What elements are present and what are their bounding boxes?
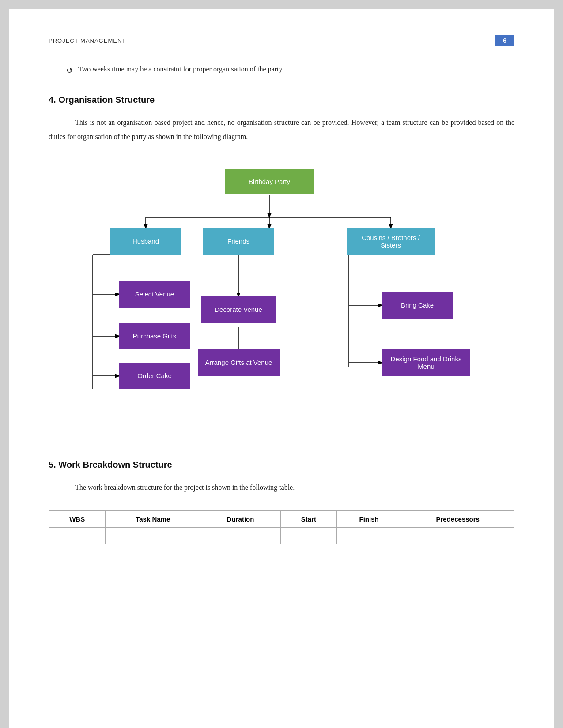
node-order-cake: Order Cake — [119, 363, 190, 389]
table-header-row: WBS Task Name Duration Start Finish Pred… — [49, 510, 514, 527]
section5-body: The work breakdown structure for the pro… — [49, 480, 514, 495]
cell-duration — [200, 527, 281, 544]
bullet-section: ↺ Two weeks time may be a constraint for… — [49, 64, 514, 77]
section4-heading: 4. Organisation Structure — [49, 95, 514, 105]
section5-heading: 5. Work Breakdown Structure — [49, 460, 514, 470]
org-chart-wrapper: Birthday Party Husband Friends Cousins /… — [49, 160, 514, 433]
node-friends: Friends — [203, 228, 274, 255]
wbs-table: WBS Task Name Duration Start Finish Pred… — [49, 510, 514, 544]
cell-finish — [336, 527, 401, 544]
node-arrange-gifts: Arrange Gifts at Venue — [198, 349, 280, 376]
node-bring-cake: Bring Cake — [382, 292, 453, 319]
node-decorate-venue: Decorate Venue — [201, 296, 276, 323]
section4: 4. Organisation Structure This is not an… — [49, 95, 514, 144]
table-section: WBS Task Name Duration Start Finish Pred… — [49, 510, 514, 544]
col-task-name: Task Name — [106, 510, 200, 527]
org-chart: Birthday Party Husband Friends Cousins /… — [49, 160, 514, 433]
bullet-text: Two weeks time may be a constraint for p… — [78, 64, 283, 75]
node-design-food: Design Food and Drinks Menu — [382, 349, 470, 376]
col-wbs: WBS — [49, 510, 106, 527]
table-row — [49, 527, 514, 544]
col-predecessors: Predecessors — [401, 510, 514, 527]
section5: 5. Work Breakdown Structure The work bre… — [49, 460, 514, 495]
col-finish: Finish — [336, 510, 401, 527]
cell-predecessors — [401, 527, 514, 544]
recycle-icon: ↺ — [66, 64, 73, 77]
node-birthday-party: Birthday Party — [225, 169, 314, 194]
col-duration: Duration — [200, 510, 281, 527]
header-title: PROJECT MANAGEMENT — [49, 38, 126, 44]
node-purchase-gifts: Purchase Gifts — [119, 323, 190, 349]
section4-body: This is not an organisation based projec… — [49, 116, 514, 144]
col-start: Start — [280, 510, 336, 527]
page-header: PROJECT MANAGEMENT 6 — [49, 35, 514, 46]
cell-start — [280, 527, 336, 544]
cell-wbs — [49, 527, 106, 544]
page-number: 6 — [495, 35, 514, 46]
page: PROJECT MANAGEMENT 6 ↺ Two weeks time ma… — [9, 9, 554, 728]
cell-task-name — [106, 527, 200, 544]
node-husband: Husband — [110, 228, 181, 255]
bullet-item: ↺ Two weeks time may be a constraint for… — [66, 64, 514, 77]
node-select-venue: Select Venue — [119, 281, 190, 308]
node-cousins: Cousins / Brothers / Sisters — [347, 228, 435, 255]
